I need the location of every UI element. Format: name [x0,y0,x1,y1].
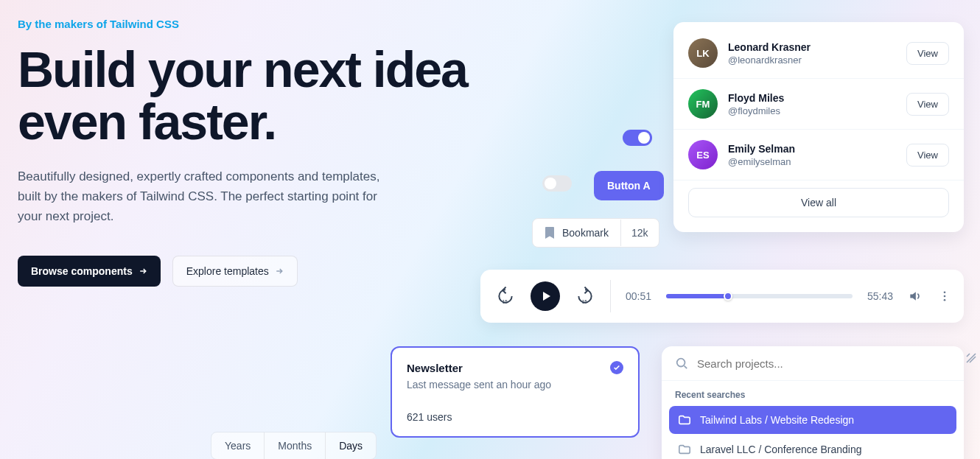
newsletter-card[interactable]: Newsletter Last message sent an hour ago… [391,346,640,438]
search-result-label: Tailwind Labs / Website Redesign [700,414,854,426]
segment-years[interactable]: Years [211,432,265,459]
progress-fill [666,294,727,298]
newsletter-header: Newsletter [407,361,623,374]
button-a[interactable]: Button A [594,171,664,200]
newsletter-subtitle: Last message sent an hour ago [407,379,623,390]
person-row: FM Floyd Miles @floydmiles View [673,79,964,130]
svg-text:15: 15 [503,299,508,304]
forward-15-button[interactable]: 15 [575,286,595,306]
person-handle: @floydmiles [728,105,906,116]
arrow-right-icon [139,267,147,276]
search-row [662,346,964,381]
explore-templates-label: Explore templates [186,265,269,277]
hero-section: By the makers of Tailwind CSS Build your… [18,18,504,287]
toggle-knob [638,132,650,144]
bookmark-count: 12k [620,220,659,246]
toggle-off[interactable] [542,175,572,192]
cta-row: Browse components Explore templates [18,256,504,287]
dots-vertical-icon [938,290,951,303]
progress-track[interactable] [666,294,853,298]
person-info: Floyd Miles @floydmiles [728,92,906,116]
progress-handle[interactable] [724,292,732,301]
segment-months[interactable]: Months [265,432,326,459]
recent-searches-label: Recent searches [662,381,964,404]
toggle-on[interactable] [623,130,652,146]
browse-components-button[interactable]: Browse components [18,256,161,287]
play-icon [540,290,552,302]
audio-player: 15 15 00:51 55:43 [480,270,964,323]
folder-icon [678,443,691,456]
person-handle: @emilyselman [728,156,906,167]
person-row: ES Emily Selman @emilyselman View [673,130,964,181]
avatar: LK [688,38,718,68]
search-result[interactable]: Tailwind Labs / Website Redesign [669,406,956,434]
person-name: Emily Selman [728,143,906,155]
resize-handle-icon [965,352,977,364]
bookmark-button[interactable]: Bookmark 12k [532,218,659,248]
volume-button[interactable] [908,289,923,304]
subheadline: Beautifully designed, expertly crafted c… [18,167,401,227]
search-panel: Recent searches Tailwind Labs / Website … [662,346,964,459]
svg-point-4 [944,299,946,301]
volume-icon [908,289,923,304]
svg-point-3 [944,295,946,298]
avatar: FM [688,89,718,119]
person-info: Emily Selman @emilyselman [728,143,906,167]
view-button[interactable]: View [906,144,949,167]
toggle-knob [545,178,556,189]
bookmark-left: Bookmark [533,219,620,247]
segmented-control: Years Months Days [211,432,377,459]
check-icon [613,364,620,371]
search-result-label: Laravel LLC / Conference Branding [700,444,861,455]
explore-templates-button[interactable]: Explore templates [172,256,298,287]
play-button[interactable] [531,281,560,311]
view-button[interactable]: View [906,42,949,65]
svg-text:15: 15 [582,299,588,304]
check-badge [610,361,623,374]
person-name: Floyd Miles [728,92,906,104]
search-result[interactable]: Laravel LLC / Conference Branding [669,435,956,459]
avatar: ES [688,140,718,169]
search-input[interactable] [697,357,951,370]
arrow-right-icon [275,267,284,276]
svg-point-5 [677,359,685,367]
person-row: LK Leonard Krasner @leonardkrasner View [673,28,964,79]
rewind-15-button[interactable]: 15 [495,286,516,306]
person-handle: @leonardkrasner [728,55,906,66]
person-name: Leonard Krasner [728,41,906,53]
bookmark-icon [545,226,555,239]
current-time: 00:51 [626,290,651,302]
bookmark-label: Bookmark [562,227,609,239]
folder-icon [678,413,691,427]
view-button[interactable]: View [906,93,949,116]
view-all-button[interactable]: View all [688,188,949,217]
svg-point-2 [944,291,946,293]
headline: Build your next idea even faster. [18,43,504,149]
eyebrow-text: By the makers of Tailwind CSS [18,18,504,30]
search-icon [675,357,688,370]
people-card: LK Leonard Krasner @leonardkrasner View … [673,22,964,232]
total-time: 55:43 [867,290,893,302]
newsletter-users: 621 users [407,411,623,423]
newsletter-title: Newsletter [407,362,463,374]
person-info: Leonard Krasner @leonardkrasner [728,41,906,66]
segment-days[interactable]: Days [326,432,376,459]
browse-components-label: Browse components [31,265,133,277]
more-button[interactable] [937,289,952,304]
divider [610,280,611,312]
